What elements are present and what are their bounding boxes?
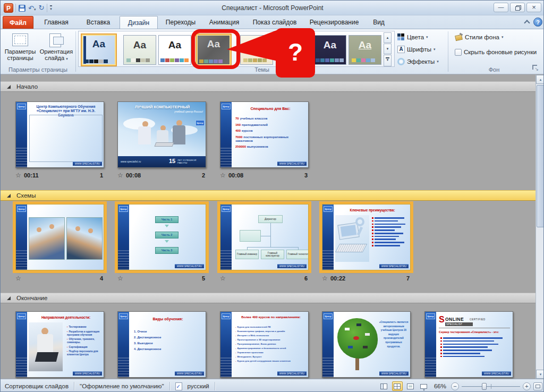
customize-qat-icon[interactable]: ▾ xyxy=(50,5,52,11)
section-collapse-icon[interactable] xyxy=(7,194,11,198)
section-header-nachalo[interactable]: Начало xyxy=(1,81,536,92)
divider xyxy=(215,382,215,390)
tab-view[interactable]: Вид xyxy=(366,16,392,29)
animation-star-icon: ☆ xyxy=(220,172,226,179)
tab-home[interactable]: Главная xyxy=(37,16,76,29)
slide-thumbnail-4[interactable]: Центр xyxy=(15,204,104,270)
scrollbar-thumb[interactable] xyxy=(537,85,544,227)
slide-footer: ☆ 00:22 7 xyxy=(322,275,411,283)
zoom-slider-thumb[interactable] xyxy=(482,383,487,390)
banner-number: 15 xyxy=(169,158,175,164)
theme-swatch xyxy=(104,59,108,63)
gallery-scroll-up-button[interactable]: ▴ xyxy=(384,32,392,43)
restore-button[interactable] xyxy=(510,3,525,12)
theme-swatch xyxy=(320,58,325,62)
chevron-down-icon: ▾ xyxy=(426,35,428,39)
center-logo: Центр xyxy=(17,104,26,109)
chevron-down-icon: ▾ xyxy=(502,35,504,39)
close-button[interactable]: × xyxy=(526,3,541,12)
slide-url: www.specialist.ru xyxy=(121,160,141,163)
page-setup-button[interactable]: Параметры страницы xyxy=(3,31,38,65)
tab-file[interactable]: Файл xyxy=(3,16,33,29)
scroll-up-icon[interactable]: ▴ xyxy=(536,75,544,84)
undo-button[interactable]: ↶▾ xyxy=(28,3,36,13)
scroll-down-icon[interactable]: ▾ xyxy=(536,370,544,379)
tab-insert[interactable]: Вставка xyxy=(79,16,117,29)
tab-review[interactable]: Рецензирование xyxy=(304,16,364,29)
theme-swatches xyxy=(84,59,108,63)
status-bar: Сортировщик слайдов "Оформление по умолч… xyxy=(1,379,544,392)
language-status[interactable]: русский xyxy=(188,383,209,389)
person-photo xyxy=(138,126,151,144)
window-controls: — × xyxy=(494,3,541,12)
slideshow-view-button[interactable] xyxy=(419,381,429,391)
save-icon[interactable] xyxy=(19,5,26,12)
slide-thumbnail-10[interactable]: Центр Более 400 курсов по направлениям: … xyxy=(220,311,309,378)
tab-slideshow[interactable]: Показ слайдов xyxy=(247,16,302,29)
background-dialog-launcher-icon[interactable] xyxy=(532,64,538,71)
zoom-out-icon[interactable]: − xyxy=(451,382,459,390)
logo-online: ONLINE xyxy=(445,317,464,322)
zoom-slider[interactable] xyxy=(462,382,520,390)
tab-design[interactable]: Дизайн xyxy=(120,16,158,29)
slide-url: www.specialist.ru xyxy=(175,371,204,376)
tab-animations[interactable]: Анимация xyxy=(203,16,245,29)
tab-transitions[interactable]: Переходы xyxy=(160,16,201,29)
background-styles-button[interactable]: Стили фона ▾ xyxy=(453,32,517,42)
theme-thumbnail[interactable]: Aa xyxy=(158,35,191,65)
redo-icon[interactable]: ↻ xyxy=(38,4,44,12)
spellcheck-icon[interactable] xyxy=(175,382,182,390)
minimize-ribbon-icon[interactable] xyxy=(524,19,529,23)
theme-thumbnail[interactable]: Aa xyxy=(240,35,273,65)
view-mode-status[interactable]: Сортировщик слайдов xyxy=(5,383,69,389)
slide-thumbnail-11[interactable]: Центр «Специалист» является авторизованн… xyxy=(322,311,411,378)
gallery-more-button[interactable]: ▾ xyxy=(384,55,392,66)
slide-time: 00:22 xyxy=(330,275,345,282)
slide-sorter-view-button[interactable] xyxy=(392,381,403,391)
theme-swatch xyxy=(258,58,262,62)
powerpoint-icon: P xyxy=(4,3,13,13)
slide-thumbnail-6[interactable]: Центр Директор Главный инженер Главный к… xyxy=(220,204,309,270)
normal-view-button[interactable] xyxy=(379,381,389,391)
theme-effects-button[interactable]: Эффекты ▾ xyxy=(396,56,447,67)
theme-thumbnail[interactable]: Aa xyxy=(313,35,346,65)
group-divider xyxy=(75,31,76,72)
section-collapse-icon[interactable] xyxy=(7,85,11,89)
zoom-in-icon[interactable]: + xyxy=(523,382,531,390)
help-icon[interactable]: ? xyxy=(533,18,542,27)
slide-thumbnail-12[interactable]: Центр S ONLINE CERTIFIED SPECIALIST Серв… xyxy=(424,311,513,378)
hide-background-graphics-checkbox[interactable]: Скрыть фоновые рисунки xyxy=(453,47,541,57)
zoom-level[interactable]: 66% xyxy=(434,383,446,389)
slide-time: 00:11 xyxy=(24,172,39,178)
design-name-status[interactable]: "Оформление по умолчанию" xyxy=(80,383,164,389)
section-title: Начало xyxy=(16,82,38,92)
section-header-okonchanie[interactable]: Окончание xyxy=(1,293,536,303)
slide-thumbnail-2[interactable]: ЛУЧШИЙ КОМПЬЮТЕРНЫЙ учебный центр России… xyxy=(117,101,206,168)
slide-orientation-button[interactable]: Ориентация слайда ▾ xyxy=(39,31,74,65)
slide-sorter-canvas[interactable]: Начало Центр Центр Компьютерного Обучени… xyxy=(1,75,536,379)
slide-thumbnail-1[interactable]: Центр Центр Компьютерного Обучения«Специ… xyxy=(15,101,104,168)
slide-subtitle: учебный центр России! xyxy=(160,110,203,113)
slide-thumbnail-8[interactable]: Центр Направления деятельности: Тестиров… xyxy=(15,311,104,378)
theme-thumbnail[interactable]: Aa xyxy=(348,35,381,65)
slide-thumbnail-9[interactable]: Центр Виды обучения: 1. Очное 2. Дистанц… xyxy=(117,311,206,378)
theme-thumbnail[interactable]: Aa xyxy=(123,35,156,65)
reading-view-button[interactable] xyxy=(405,381,416,391)
slide-left-stripe xyxy=(16,312,27,377)
theme-fonts-button[interactable]: А Шрифты ▾ xyxy=(396,44,447,55)
fit-to-window-icon[interactable] xyxy=(533,382,542,390)
slide-thumbnail-5[interactable]: Центр Часть 1 Часть 2 Часть 3 www.specia… xyxy=(117,204,206,270)
vertical-scrollbar[interactable]: ▴ ▾ xyxy=(536,75,544,379)
slide-thumbnail-3[interactable]: Центр Специально для Вас: 70учебных клас… xyxy=(220,101,309,168)
section-header-shemy[interactable]: Схемы xyxy=(1,190,536,201)
slide-footer: ☆ 4 xyxy=(15,275,104,283)
slide-thumbnail-7[interactable]: Центр Ключевые преимущества: www.special… xyxy=(322,204,411,270)
bullet-text-lines xyxy=(375,217,406,248)
minimize-button[interactable]: — xyxy=(494,3,508,12)
gallery-scroll-down-button[interactable]: ▾ xyxy=(384,44,392,54)
theme-fonts-label: Шрифты xyxy=(407,46,431,53)
theme-swatch xyxy=(356,58,361,62)
theme-thumbnail-current[interactable]: Aa xyxy=(81,33,117,66)
section-collapse-icon[interactable] xyxy=(7,296,11,300)
theme-colors-button[interactable]: Цвета ▾ xyxy=(396,32,447,42)
